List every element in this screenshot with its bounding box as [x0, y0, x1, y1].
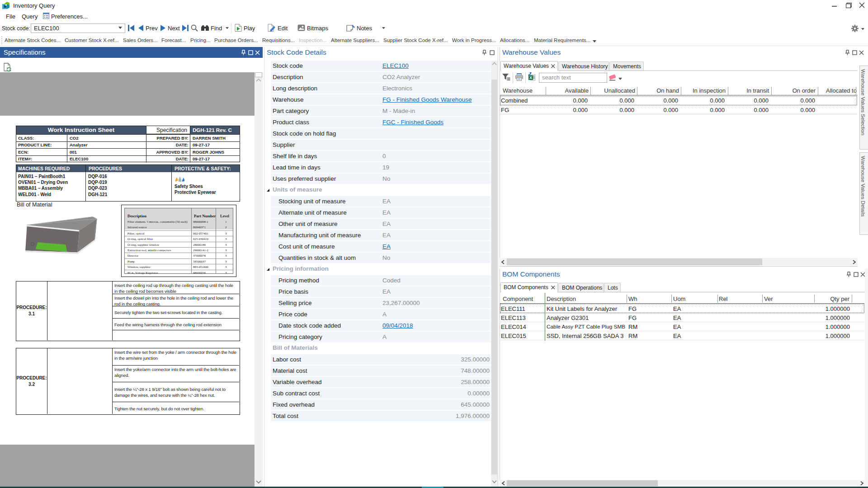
svg-text:X: X	[529, 75, 532, 80]
